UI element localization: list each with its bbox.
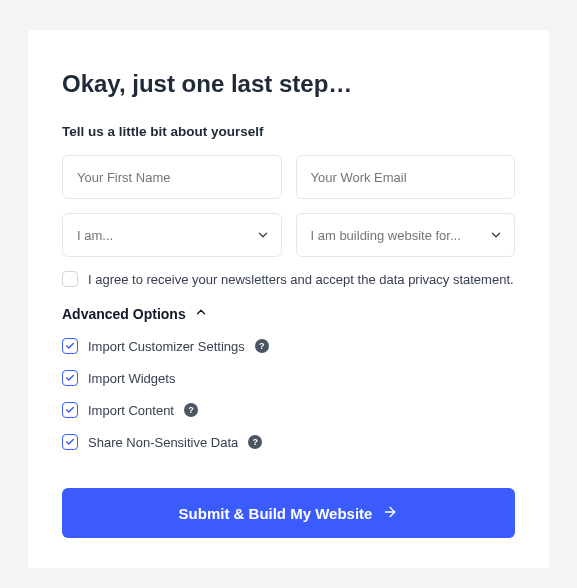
first-name-input[interactable] bbox=[62, 155, 282, 199]
building-for-select-wrap bbox=[296, 213, 516, 257]
building-for-select[interactable] bbox=[296, 213, 516, 257]
option-row: Import Content ? bbox=[62, 402, 515, 418]
info-icon[interactable]: ? bbox=[255, 339, 269, 353]
option-checkbox[interactable] bbox=[62, 402, 78, 418]
name-email-row bbox=[62, 155, 515, 199]
option-row: Import Widgets bbox=[62, 370, 515, 386]
option-label: Import Widgets bbox=[88, 371, 175, 386]
select-row bbox=[62, 213, 515, 257]
option-checkbox[interactable] bbox=[62, 434, 78, 450]
page-subtitle: Tell us a little bit about yourself bbox=[62, 124, 515, 139]
option-row: Import Customizer Settings ? bbox=[62, 338, 515, 354]
option-checkbox[interactable] bbox=[62, 338, 78, 354]
arrow-right-icon bbox=[382, 504, 398, 523]
advanced-options-label: Advanced Options bbox=[62, 306, 186, 322]
consent-row: I agree to receive your newsletters and … bbox=[62, 271, 515, 287]
page-title: Okay, just one last step… bbox=[62, 70, 515, 98]
consent-checkbox[interactable] bbox=[62, 271, 78, 287]
option-row: Share Non-Sensitive Data ? bbox=[62, 434, 515, 450]
option-label: Import Content bbox=[88, 403, 174, 418]
consent-label: I agree to receive your newsletters and … bbox=[88, 272, 514, 287]
chevron-up-icon bbox=[194, 305, 208, 322]
submit-button[interactable]: Submit & Build My Website bbox=[62, 488, 515, 538]
info-icon[interactable]: ? bbox=[184, 403, 198, 417]
advanced-options-list: Import Customizer Settings ? Import Widg… bbox=[62, 338, 515, 450]
option-label: Import Customizer Settings bbox=[88, 339, 245, 354]
info-icon[interactable]: ? bbox=[248, 435, 262, 449]
form-card: Okay, just one last step… Tell us a litt… bbox=[28, 30, 549, 568]
submit-button-label: Submit & Build My Website bbox=[179, 505, 373, 522]
advanced-options-toggle[interactable]: Advanced Options bbox=[62, 305, 515, 322]
i-am-select-wrap bbox=[62, 213, 282, 257]
option-checkbox[interactable] bbox=[62, 370, 78, 386]
option-label: Share Non-Sensitive Data bbox=[88, 435, 238, 450]
work-email-input[interactable] bbox=[296, 155, 516, 199]
i-am-select[interactable] bbox=[62, 213, 282, 257]
